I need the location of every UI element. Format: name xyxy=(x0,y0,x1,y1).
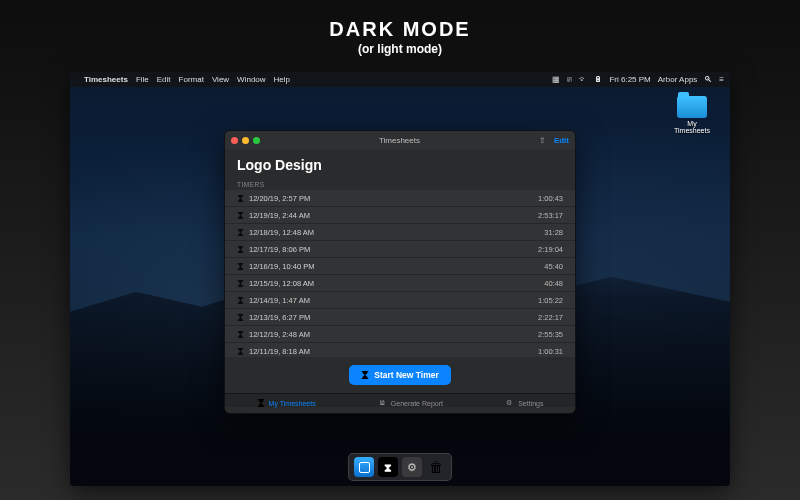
tab-label: My Timesheets xyxy=(269,400,316,407)
timer-date: 12/14/19, 1:47 AM xyxy=(249,296,310,305)
status-siri-icon[interactable]: ≡ xyxy=(719,75,724,84)
menu-item-file[interactable]: File xyxy=(136,75,149,84)
status-user[interactable]: Arbor Apps xyxy=(658,75,698,84)
dock-system-prefs[interactable] xyxy=(402,457,422,477)
folder-icon xyxy=(677,96,707,118)
timer-date: 12/20/19, 2:57 PM xyxy=(249,194,310,203)
timer-duration: 45:40 xyxy=(544,262,563,271)
timer-date: 12/16/19, 10:40 PM xyxy=(249,262,314,271)
timer-duration: 2:55:35 xyxy=(538,330,563,339)
dock-trash[interactable] xyxy=(426,457,446,477)
timer-row[interactable]: 12/13/19, 6:27 PM2:22:17 xyxy=(225,309,575,326)
timer-row[interactable]: 12/12/19, 2:48 AM2:55:35 xyxy=(225,326,575,343)
status-battery-icon[interactable]: 🔋︎ xyxy=(594,75,602,84)
document-icon: 🗎︎ xyxy=(379,399,387,407)
timer-duration: 2:22:17 xyxy=(538,313,563,322)
bottom-tabs: My Timesheets🗎︎Generate Report⚙Settings xyxy=(225,393,575,407)
timer-date: 12/17/19, 8:06 PM xyxy=(249,245,310,254)
timer-row[interactable]: 12/20/19, 2:57 PM1:00:43 xyxy=(225,190,575,207)
timers-section-label: TIMERS xyxy=(225,177,575,190)
traffic-lights xyxy=(231,137,260,144)
timer-date: 12/19/19, 2:44 AM xyxy=(249,211,310,220)
hero-title: DARK MODE xyxy=(0,18,800,41)
timer-duration: 1:00:31 xyxy=(538,347,563,356)
timesheets-window: Timesheets ⇪ Edit Logo Design TIMERS 12/… xyxy=(224,130,576,414)
hourglass-icon xyxy=(237,348,244,355)
hourglass-icon xyxy=(257,399,265,407)
timer-duration: 40:48 xyxy=(544,279,563,288)
timer-row[interactable]: 12/15/19, 12:08 AM40:48 xyxy=(225,275,575,292)
hourglass-icon xyxy=(237,212,244,219)
timer-row[interactable]: 12/18/19, 12:48 AM31:28 xyxy=(225,224,575,241)
hourglass-icon xyxy=(237,331,244,338)
desktop-screen: Timesheets File Edit Format View Window … xyxy=(70,72,730,486)
gear-icon: ⚙ xyxy=(506,399,514,407)
close-button[interactable] xyxy=(231,137,238,144)
timer-row[interactable]: 12/17/19, 8:06 PM2:19:04 xyxy=(225,241,575,258)
tab-generate-report[interactable]: 🗎︎Generate Report xyxy=(379,399,443,407)
menu-item-format[interactable]: Format xyxy=(179,75,204,84)
menu-item-help[interactable]: Help xyxy=(274,75,290,84)
dock-finder[interactable] xyxy=(354,457,374,477)
edit-button[interactable]: Edit xyxy=(554,136,569,145)
menu-item-edit[interactable]: Edit xyxy=(157,75,171,84)
timer-date: 12/13/19, 6:27 PM xyxy=(249,313,310,322)
menu-item-window[interactable]: Window xyxy=(237,75,265,84)
hourglass-icon xyxy=(237,195,244,202)
start-new-timer-button[interactable]: Start New Timer xyxy=(349,365,451,385)
timer-duration: 1:05:22 xyxy=(538,296,563,305)
tab-label: Settings xyxy=(518,400,543,407)
status-icon-a[interactable]: ▦ xyxy=(552,75,560,84)
timer-date: 12/18/19, 12:48 AM xyxy=(249,228,314,237)
status-wifi-icon[interactable]: ᯤ xyxy=(579,75,587,84)
project-title: Logo Design xyxy=(237,157,563,173)
hourglass-icon xyxy=(237,246,244,253)
timer-row[interactable]: 12/16/19, 10:40 PM45:40 xyxy=(225,258,575,275)
hourglass-icon xyxy=(237,280,244,287)
menu-app-name[interactable]: Timesheets xyxy=(84,75,128,84)
window-title: Timesheets xyxy=(260,136,539,145)
tab-my-timesheets[interactable]: My Timesheets xyxy=(257,399,316,407)
timer-list[interactable]: 12/20/19, 2:57 PM1:00:4312/19/19, 2:44 A… xyxy=(225,190,575,357)
hero-subtitle: (or light mode) xyxy=(0,42,800,56)
hourglass-icon xyxy=(237,263,244,270)
hourglass-icon xyxy=(237,314,244,321)
timer-row[interactable]: 12/19/19, 2:44 AM2:53:17 xyxy=(225,207,575,224)
tab-label: Generate Report xyxy=(391,400,443,407)
timer-row[interactable]: 12/11/19, 8:18 AM1:00:31 xyxy=(225,343,575,357)
dock: ⧗ xyxy=(348,453,452,481)
hourglass-icon xyxy=(237,229,244,236)
minimize-button[interactable] xyxy=(242,137,249,144)
menu-bar: Timesheets File Edit Format View Window … xyxy=(70,72,730,87)
status-display-icon[interactable]: ⎚ xyxy=(567,75,572,84)
hourglass-icon xyxy=(237,297,244,304)
menu-item-view[interactable]: View xyxy=(212,75,229,84)
timer-row[interactable]: 12/14/19, 1:47 AM1:05:22 xyxy=(225,292,575,309)
dock-timesheets[interactable]: ⧗ xyxy=(378,457,398,477)
timer-duration: 1:00:43 xyxy=(538,194,563,203)
desktop-folder-label: My Timesheets xyxy=(672,120,712,134)
desktop-folder[interactable]: My Timesheets xyxy=(672,96,712,134)
tab-settings[interactable]: ⚙Settings xyxy=(506,399,543,407)
timer-date: 12/12/19, 2:48 AM xyxy=(249,330,310,339)
zoom-button[interactable] xyxy=(253,137,260,144)
start-new-timer-label: Start New Timer xyxy=(374,370,439,380)
share-button[interactable]: ⇪ xyxy=(539,136,546,145)
hourglass-icon xyxy=(361,371,369,379)
timer-date: 12/11/19, 8:18 AM xyxy=(249,347,310,356)
status-search-icon[interactable]: 🔍︎ xyxy=(704,75,712,84)
timer-duration: 2:53:17 xyxy=(538,211,563,220)
title-bar[interactable]: Timesheets ⇪ Edit xyxy=(225,131,575,149)
timer-date: 12/15/19, 12:08 AM xyxy=(249,279,314,288)
timer-duration: 31:28 xyxy=(544,228,563,237)
status-clock[interactable]: Fri 6:25 PM xyxy=(609,75,650,84)
timer-duration: 2:19:04 xyxy=(538,245,563,254)
